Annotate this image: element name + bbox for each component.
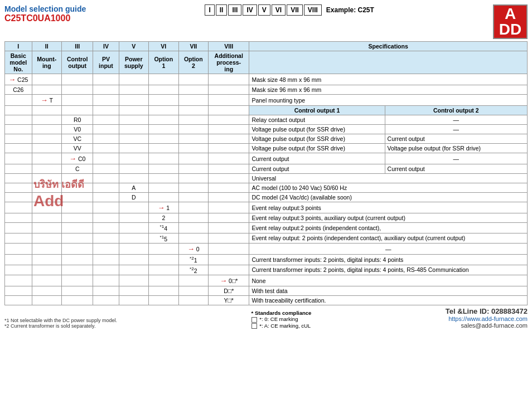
cell-opt1-1: → 1 (149, 202, 179, 213)
spec-V0-1: Voltage pulse output (for SSR drive) (249, 125, 385, 134)
cell-C0: → C0 (62, 153, 93, 164)
main-table: I II III IV V VI VII VIII Specifications… (4, 41, 528, 305)
fn1-marker-5: *1 (160, 235, 165, 240)
spec-opt2-2: Current transformer inputs: 2 points, di… (249, 265, 528, 275)
roman-7: VII (287, 4, 303, 16)
cell-C: C (62, 164, 93, 174)
arrow-opt1-1: → (157, 203, 165, 212)
cell-addl-0: → 0□* (209, 275, 249, 286)
cell-opt2-1: *21 (178, 255, 209, 265)
fn2-marker-2: *2 (190, 266, 194, 271)
cell-VC: VC (62, 134, 93, 144)
spec-addl-D: With test data (249, 286, 528, 296)
cell-empty (32, 85, 61, 95)
table-row: → C0 Current output — (5, 153, 528, 164)
th-label-I: BasicmodelNo. (5, 51, 32, 74)
spec-C0-1: Current output (249, 153, 385, 164)
cell-c25: → C25 (5, 74, 32, 85)
spec-ctrl2-header: Control output 2 (385, 106, 527, 115)
spec-c26: Mask size 96 mm x 96 mm (249, 85, 528, 95)
cell-empty (119, 74, 149, 85)
cell-empty (119, 85, 149, 95)
spec-opt1-1: Event relay output:3 points (249, 202, 528, 213)
arrow-c25: → (8, 75, 16, 84)
spec-addl-0: None (249, 275, 528, 286)
cell-opt1-2: 2 (149, 213, 179, 223)
cell-empty (93, 95, 119, 106)
cell-empty (178, 85, 209, 95)
th-spec-blank (249, 51, 528, 74)
cell-empty (209, 95, 249, 106)
cell-opt1-5: *15 (149, 233, 179, 244)
checkbox-sym-2 (252, 323, 257, 329)
table-row: → 0□* None (5, 275, 528, 286)
cell-empty (119, 106, 149, 115)
table-row: 2 Event relay output:3 points, auxiliary… (5, 213, 528, 223)
header-center: I II III IV V VI VII VIII Example: C25T (205, 4, 374, 16)
standards-item-1: *: 0: CE marking (252, 316, 312, 322)
fn2-marker-1: *2 (190, 256, 194, 261)
cell-pwrA: A (119, 183, 149, 193)
table-row: → 0 — (5, 244, 528, 255)
spec-VV-2: Voltage pulse output (for SSR drive) (385, 144, 527, 153)
logo-a: A (505, 6, 516, 22)
spec-pwrA: AC model (100 to 240 Vac) 50/60 Hz (249, 183, 528, 193)
roman-1: I (205, 4, 214, 16)
cell-empty (5, 106, 32, 115)
logo-box: A DD (493, 4, 528, 39)
arrow-T: → (41, 96, 48, 104)
spec-C-1: Current output (249, 164, 385, 174)
fn1-marker-4: *1 (160, 224, 165, 229)
table-row: *14 Event relay output:2 points (indepen… (5, 223, 528, 233)
footer-left: *1 Not selectable with the DC power supp… (4, 318, 117, 329)
cell-empty (178, 106, 209, 115)
roman-3: III (228, 4, 241, 16)
cell-T: → T (32, 95, 61, 106)
table-row: *22 Current transformer inputs: 2 points… (5, 265, 528, 275)
roman-8: VIII (304, 4, 322, 16)
table-row: D□* With test data (5, 286, 528, 296)
spec-C-2: Current output (385, 164, 527, 174)
header-left: Model selection guide C25TC0UA1000 (4, 4, 86, 23)
table-row: V0 Voltage pulse output (for SSR drive) … (5, 125, 528, 134)
checkbox-sym-1 (252, 317, 257, 323)
cell-empty (62, 95, 93, 106)
cell-empty (32, 74, 61, 85)
standards-text-1: *: 0: CE marking (259, 316, 298, 322)
cell-empty (93, 74, 119, 85)
cell-empty (149, 74, 179, 85)
cell-pwrD: D (119, 193, 149, 202)
page-container: Model selection guide C25TC0UA1000 I II … (0, 0, 532, 331)
contact-tel: Tel &Line ID: 028883472 (446, 307, 528, 315)
th-roman-II: II (32, 42, 61, 51)
table-row: *21 Current transformer inputs: 2 points… (5, 255, 528, 265)
table-row: Y□* With traceability certification. (5, 296, 528, 305)
guide-title: Model selection guide (4, 4, 86, 13)
th-roman-I: I (5, 42, 32, 51)
cell-opt2-0: → 0 (178, 244, 209, 255)
table-row: → C25 Mask size 48 mm x 96 mm (5, 74, 528, 85)
arrow-opt2-0: → (187, 245, 195, 253)
spec-ctrl1-header: Control output 1 (249, 106, 385, 115)
table-row: R0 Relay contact output — (5, 115, 528, 125)
cell-addl-Y: Y□* (209, 296, 249, 305)
cell-empty (5, 95, 32, 106)
th-label-V: Powersupply (119, 51, 149, 74)
standards-box: * Standards compliance *: 0: CE marking … (252, 310, 312, 329)
contact-email: sales@add-furnace.com (446, 322, 528, 329)
cell-opt1-4: *14 (149, 223, 179, 233)
example-label: Example: C25T (326, 6, 374, 14)
standards-item-2: *: A: CE marking, cUL (252, 323, 312, 329)
header-row: Model selection guide C25TC0UA1000 I II … (4, 4, 528, 39)
table-row: A AC model (100 to 240 Vac) 50/60 Hz (5, 183, 528, 193)
spec-c25: Mask size 48 mm x 96 mm (249, 74, 528, 85)
arrow-addl-0: → (220, 276, 227, 285)
roman-6: VI (272, 4, 286, 16)
th-label-VIII: Additionalprocess-ing (209, 51, 249, 74)
spec-pwrD: DC model (24 Vac/dc) (available soon) (249, 193, 528, 202)
table-row: VC Voltage pulse output (for SSR drive) … (5, 134, 528, 144)
th-label-II: Mount-ing (32, 51, 61, 74)
roman-2: II (216, 4, 228, 16)
th-roman-VII: VII (178, 42, 209, 51)
table-row: → 1 Event relay output:3 points (5, 202, 528, 213)
